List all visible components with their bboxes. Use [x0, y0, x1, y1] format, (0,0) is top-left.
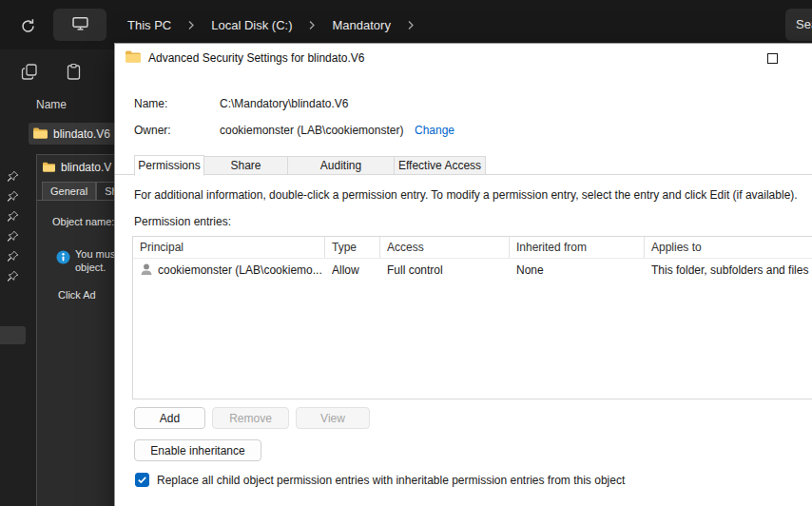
chevron-right-icon: [179, 20, 203, 30]
pin-icon[interactable]: [7, 169, 20, 183]
file-list-name-header[interactable]: Name: [36, 98, 67, 111]
dialog-tabs: Permissions Share Auditing Effective Acc…: [134, 154, 486, 175]
tab-effective-access[interactable]: Effective Access: [395, 156, 486, 175]
dialog-titlebar[interactable]: Advanced Security Settings for blindato.…: [115, 44, 812, 72]
add-button[interactable]: Add: [134, 407, 205, 429]
chevron-right-icon: [398, 20, 423, 30]
chevron-right-icon: [300, 20, 324, 30]
tab-share[interactable]: Share: [204, 156, 288, 175]
pin-icon[interactable]: [7, 209, 20, 223]
cell-inherited-from: None: [510, 263, 645, 277]
cell-principal: cookiemonster (LAB\cookiemo...: [158, 263, 322, 277]
breadcrumb-mandatory[interactable]: Mandatory: [324, 12, 397, 38]
column-header-principal[interactable]: Principal: [133, 237, 325, 258]
permission-entries-label: Permission entries:: [134, 215, 231, 228]
owner-label: Owner:: [134, 124, 171, 137]
info-text-line2: object.: [75, 262, 106, 273]
tab-general[interactable]: General: [42, 182, 96, 200]
pin-icon[interactable]: [7, 249, 20, 263]
tab-auditing[interactable]: Auditing: [288, 156, 395, 175]
checkbox-checked[interactable]: [135, 473, 149, 487]
column-header-applies-to[interactable]: Applies to: [645, 237, 812, 258]
breadcrumb-local-disk-c[interactable]: Local Disk (C:): [203, 12, 300, 38]
properties-dialog-title: blindato.V: [61, 161, 111, 174]
view-button[interactable]: View: [296, 407, 370, 429]
folder-icon: [43, 159, 55, 176]
column-header-inherited-from[interactable]: Inherited from: [510, 237, 645, 258]
column-header-access[interactable]: Access: [380, 237, 510, 258]
search-text: Sea: [796, 17, 812, 31]
pin-icon[interactable]: [7, 229, 20, 243]
refresh-icon[interactable]: [17, 15, 38, 36]
click-advanced-text: Click Ad: [58, 289, 96, 301]
remove-button[interactable]: Remove: [212, 407, 289, 429]
pin-icon[interactable]: [7, 269, 20, 282]
table-row[interactable]: cookiemonster (LAB\cookiemo... Allow Ful…: [133, 259, 812, 282]
tab-permissions[interactable]: Permissions: [134, 155, 204, 176]
clipboard-icon[interactable]: [65, 63, 84, 82]
properties-dialog: blindato.V General Sha Object name: You …: [36, 154, 116, 506]
enable-inheritance-button[interactable]: Enable inheritance: [134, 439, 261, 461]
replace-permissions-label: Replace all child object permission entr…: [157, 474, 625, 487]
breadcrumb-this-pc[interactable]: This PC: [120, 12, 179, 38]
tab-sharing[interactable]: Sha: [96, 182, 116, 200]
properties-tabs: General Sha: [37, 180, 116, 201]
sidebar-selected-item[interactable]: [0, 326, 26, 344]
this-pc-icon-chip[interactable]: [53, 9, 106, 41]
cell-applies-to: This folder, subfolders and files: [645, 263, 812, 277]
monitor-icon: [72, 16, 88, 34]
user-icon: [140, 263, 153, 279]
column-header-type[interactable]: Type: [325, 237, 380, 258]
file-name: blindato.V6: [53, 127, 110, 141]
search-input[interactable]: Sea: [785, 9, 812, 41]
info-icon: [56, 250, 70, 268]
permissions-description: For additional information, double-click…: [134, 188, 798, 202]
properties-dialog-titlebar[interactable]: blindato.V: [37, 155, 116, 180]
copy-icon[interactable]: [21, 63, 40, 82]
maximize-button[interactable]: [767, 53, 778, 64]
table-header-row: Principal Type Access Inherited from App…: [133, 237, 812, 259]
folder-icon: [126, 49, 141, 67]
folder-icon: [33, 126, 48, 143]
owner-value: cookiemonster (LAB\cookiemonster): [220, 124, 403, 137]
cell-type: Allow: [325, 263, 380, 277]
change-owner-link[interactable]: Change: [415, 124, 454, 137]
name-value: C:\Mandatory\blindato.V6: [220, 97, 348, 110]
permission-entries-table: Principal Type Access Inherited from App…: [132, 236, 812, 399]
object-name-label: Object name:: [52, 216, 114, 227]
replace-permissions-checkbox-row: Replace all child object permission entr…: [135, 473, 625, 487]
file-row-blindato[interactable]: blindato.V6: [29, 123, 116, 145]
advanced-security-dialog: Advanced Security Settings for blindato.…: [114, 43, 812, 506]
desktop: This PC Local Disk (C:) Mandatory Sea Na…: [0, 0, 812, 506]
name-label: Name:: [134, 97, 167, 110]
dialog-title: Advanced Security Settings for blindato.…: [148, 51, 364, 65]
pin-icon[interactable]: [7, 189, 20, 203]
info-text-line1: You mus: [75, 248, 115, 260]
cell-access: Full control: [380, 263, 510, 277]
